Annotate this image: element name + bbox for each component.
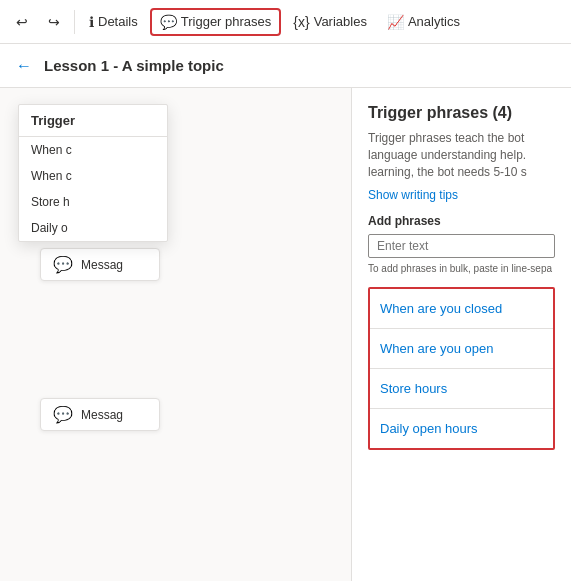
- dropdown-header: Trigger: [19, 105, 167, 137]
- show-tips-link[interactable]: Show writing tips: [368, 188, 555, 202]
- phrases-list: When are you closed When are you open St…: [368, 287, 555, 450]
- redo-button[interactable]: ↪: [40, 10, 68, 34]
- dropdown-item-4[interactable]: Daily o: [19, 215, 167, 241]
- analytics-icon: 📈: [387, 14, 404, 30]
- message-icon-top: 💬: [53, 255, 73, 274]
- phrase-item-4[interactable]: Daily open hours: [370, 409, 553, 448]
- message-label-top: Messag: [81, 258, 123, 272]
- message-label-bottom: Messag: [81, 408, 123, 422]
- dropdown-item-3[interactable]: Store h: [19, 189, 167, 215]
- add-phrases-label: Add phrases: [368, 214, 555, 228]
- analytics-label: Analytics: [408, 14, 460, 29]
- right-panel: Trigger phrases (4) Trigger phrases teac…: [351, 88, 571, 581]
- redo-icon: ↪: [48, 14, 60, 30]
- bulk-hint: To add phrases in bulk, paste in line-se…: [368, 262, 555, 275]
- separator-1: [74, 10, 75, 34]
- phrase-item-1[interactable]: When are you closed: [370, 289, 553, 329]
- variables-label: Variables: [314, 14, 367, 29]
- phrase-item-2[interactable]: When are you open: [370, 329, 553, 369]
- toolbar: ↩ ↪ ℹ Details 💬 Trigger phrases {x} Vari…: [0, 0, 571, 44]
- canvas-area: Trigger When c When c Store h Daily o 💬 …: [0, 88, 351, 581]
- phrase-input[interactable]: [368, 234, 555, 258]
- trigger-phrases-label: Trigger phrases: [181, 14, 272, 29]
- details-button[interactable]: ℹ Details: [81, 10, 146, 34]
- details-label: Details: [98, 14, 138, 29]
- page-title: Lesson 1 - A simple topic: [44, 57, 224, 74]
- back-button[interactable]: ←: [12, 53, 36, 79]
- panel-description: Trigger phrases teach the bot language u…: [368, 130, 555, 180]
- variables-icon: {x}: [293, 14, 309, 30]
- message-node-top[interactable]: 💬 Messag: [40, 248, 160, 281]
- back-icon: ←: [16, 57, 32, 75]
- main-content: Trigger When c When c Store h Daily o 💬 …: [0, 88, 571, 581]
- dropdown-panel: Trigger When c When c Store h Daily o: [18, 104, 168, 242]
- phrase-item-3[interactable]: Store hours: [370, 369, 553, 409]
- analytics-button[interactable]: 📈 Analytics: [379, 10, 468, 34]
- message-node-bottom[interactable]: 💬 Messag: [40, 398, 160, 431]
- dropdown-item-2[interactable]: When c: [19, 163, 167, 189]
- variables-button[interactable]: {x} Variables: [285, 10, 375, 34]
- dropdown-item-1[interactable]: When c: [19, 137, 167, 163]
- trigger-phrases-button[interactable]: 💬 Trigger phrases: [150, 8, 282, 36]
- undo-button[interactable]: ↩: [8, 10, 36, 34]
- panel-title: Trigger phrases (4): [368, 104, 555, 122]
- details-icon: ℹ: [89, 14, 94, 30]
- message-icon-bottom: 💬: [53, 405, 73, 424]
- trigger-icon: 💬: [160, 14, 177, 30]
- breadcrumb-bar: ← Lesson 1 - A simple topic: [0, 44, 571, 88]
- undo-icon: ↩: [16, 14, 28, 30]
